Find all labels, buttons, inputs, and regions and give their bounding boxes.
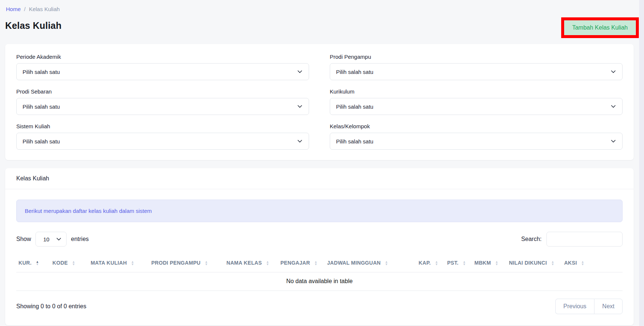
column-header-pst[interactable]: PST.▴▾ (445, 255, 472, 272)
breadcrumb-home-link[interactable]: Home (6, 6, 21, 12)
pagination: Previous Next (555, 299, 623, 314)
sistem-kuliah-select[interactable]: Pilih salah satu (16, 133, 309, 150)
kelas-kuliah-table: KUR.▴▾ KODE▴▾ MATA KULIAH▴▾ PRODI PENGAM… (16, 255, 623, 291)
column-header-aksi[interactable]: AKSI▴▾ (562, 255, 623, 272)
column-header-kur[interactable]: KUR.▴▾ (16, 255, 50, 272)
chevron-down-icon (297, 103, 303, 109)
select-value: Pilih salah satu (23, 138, 297, 145)
add-kelas-kuliah-button[interactable]: Tambah Kelas Kuliah (564, 20, 636, 35)
search-control: Search: (521, 232, 623, 247)
kurikulum-select[interactable]: Pilih salah satu (330, 98, 623, 115)
table-footer: Showing 0 to 0 of 0 entries Previous Nex… (16, 299, 623, 314)
breadcrumb: Home / Kelas Kuliah (5, 4, 634, 17)
chevron-down-icon (56, 236, 62, 242)
chevron-down-icon (297, 69, 303, 75)
column-header-kode[interactable]: KODE▴▾ (50, 255, 88, 272)
chevron-down-icon (610, 138, 616, 144)
filter-panel: Periode Akademik Pilih salah satu Prodi … (5, 44, 634, 160)
entries-info: Showing 0 to 0 of 0 entries (16, 303, 86, 310)
select-value: Pilih salah satu (23, 69, 297, 75)
filter-field-kurikulum: Kurikulum Pilih salah satu (330, 88, 623, 115)
sort-arrows-icon: ▴▾ (496, 260, 498, 265)
kelas-kelompok-select[interactable]: Pilih salah satu (330, 133, 623, 150)
sort-arrows-icon: ▴▾ (582, 260, 584, 265)
page-length-value: 10 (43, 236, 56, 242)
sort-arrows-icon: ▴▾ (36, 260, 38, 265)
select-value: Pilih salah satu (336, 103, 610, 110)
show-label: Show (16, 236, 31, 242)
search-input[interactable] (546, 232, 623, 247)
prodi-pengampu-select[interactable]: Pilih salah satu (330, 63, 623, 80)
filter-field-sistem-kuliah: Sistem Kuliah Pilih salah satu (16, 123, 309, 150)
sort-arrows-icon: ▴▾ (463, 260, 465, 265)
sort-arrows-icon: ▴▾ (435, 260, 437, 265)
field-label: Kelas/Kelompok (330, 123, 623, 129)
sort-arrows-icon: ▴▾ (315, 260, 317, 265)
column-header-kap[interactable]: KAP.▴▾ (416, 255, 445, 272)
sort-arrows-icon: ▴▾ (132, 260, 133, 265)
chevron-down-icon (610, 69, 616, 75)
column-header-mbkm[interactable]: MBKM▴▾ (472, 255, 506, 272)
chevron-down-icon (297, 138, 303, 144)
sort-arrows-icon: ▴▾ (552, 260, 553, 265)
column-header-pengajar[interactable]: PENGAJAR▴▾ (278, 255, 325, 272)
select-value: Pilih salah satu (336, 138, 610, 145)
sort-arrows-icon: ▴▾ (267, 260, 268, 265)
next-page-button[interactable]: Next (594, 299, 623, 314)
table-header-row: KUR.▴▾ KODE▴▾ MATA KULIAH▴▾ PRODI PENGAM… (16, 255, 623, 272)
column-header-nama-kelas[interactable]: NAMA KELAS▴▾ (224, 255, 278, 272)
select-value: Pilih salah satu (23, 103, 297, 110)
breadcrumb-separator: / (24, 6, 26, 12)
filter-field-periode-akademik: Periode Akademik Pilih salah satu (16, 54, 309, 80)
field-label: Prodi Pengampu (330, 54, 623, 60)
column-header-jadwal-mingguan[interactable]: JADWAL MINGGUAN▴▾ (325, 255, 417, 272)
length-control: Show 10 entries (16, 232, 89, 247)
filter-field-kelas-kelompok: Kelas/Kelompok Pilih salah satu (330, 123, 623, 150)
sort-arrows-icon: ▴▾ (386, 260, 387, 265)
search-label: Search: (521, 236, 542, 242)
table-card-title: Kelas Kuliah (5, 168, 634, 189)
column-header-prodi-pengampu[interactable]: PRODI PENGAMPU▴▾ (149, 255, 224, 272)
prodi-sebaran-select[interactable]: Pilih salah satu (16, 98, 309, 115)
select-value: Pilih salah satu (336, 69, 610, 75)
field-label: Sistem Kuliah (16, 123, 309, 129)
info-alert: Berikut merupakan daftar kelas kuliah da… (16, 200, 623, 222)
empty-row: No data available in table (16, 272, 623, 291)
table-card: Kelas Kuliah Berikut merupakan daftar ke… (5, 168, 634, 325)
filter-field-prodi-pengampu: Prodi Pengampu Pilih salah satu (330, 54, 623, 80)
chevron-down-icon (610, 103, 616, 109)
filter-field-prodi-sebaran: Prodi Sebaran Pilih salah satu (16, 88, 309, 115)
scrollbar-track[interactable] (639, 0, 644, 326)
column-header-mata-kuliah[interactable]: MATA KULIAH▴▾ (88, 255, 149, 272)
table-controls: Show 10 entries Search: (16, 232, 623, 247)
field-label: Kurikulum (330, 88, 623, 95)
sort-arrows-icon: ▴▾ (205, 260, 207, 265)
entries-label: entries (71, 236, 89, 242)
page-title: Kelas Kuliah (5, 17, 61, 31)
page-header: Kelas Kuliah Tambah Kelas Kuliah (5, 17, 634, 38)
annotation-highlight: Tambah Kelas Kuliah (561, 17, 639, 38)
field-label: Periode Akademik (16, 54, 309, 60)
breadcrumb-current: Kelas Kuliah (29, 6, 60, 12)
field-label: Prodi Sebaran (16, 88, 309, 95)
page: Home / Kelas Kuliah Kelas Kuliah Tambah … (0, 0, 644, 325)
page-length-select[interactable]: 10 (35, 232, 67, 247)
periode-akademik-select[interactable]: Pilih salah satu (16, 63, 309, 80)
column-header-nilai-dikunci[interactable]: NILAI DIKUNCI▴▾ (507, 255, 562, 272)
previous-page-button[interactable]: Previous (555, 299, 594, 314)
empty-message: No data available in table (16, 272, 623, 291)
sort-arrows-icon: ▴▾ (72, 260, 74, 265)
